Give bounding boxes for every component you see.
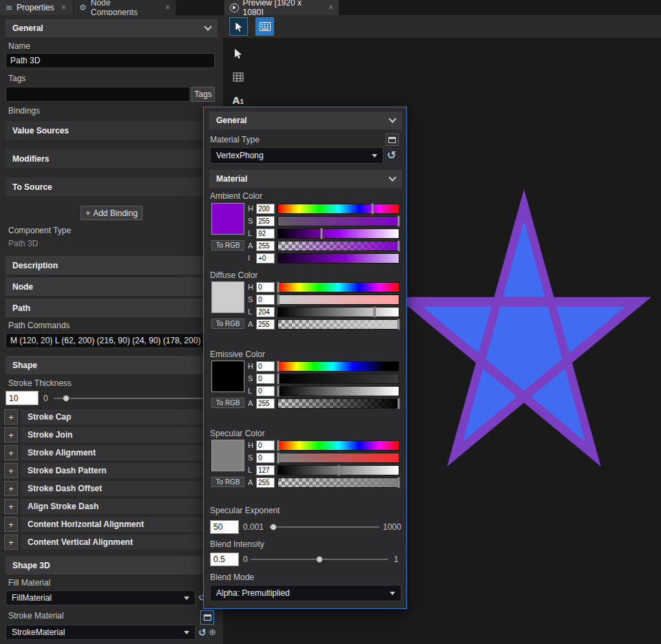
section-value-sources[interactable]: Value Sources <box>6 121 218 140</box>
slider-marker[interactable] <box>277 440 280 451</box>
add-content-vertical-alignment-button[interactable]: + <box>4 535 18 550</box>
diffuse-swatch[interactable] <box>211 281 244 313</box>
to-rgb-button[interactable]: To RGB <box>211 398 244 408</box>
slider-marker[interactable] <box>398 477 400 489</box>
material-type-editor-button[interactable] <box>386 133 399 146</box>
close-icon[interactable]: × <box>328 3 333 12</box>
specular-swatch[interactable] <box>211 440 244 471</box>
lightness-slider[interactable] <box>277 386 399 396</box>
saturation-slider[interactable] <box>277 294 399 305</box>
tab-preview[interactable]: Preview [1920 x 1080] × <box>224 0 339 15</box>
alpha-slider[interactable] <box>277 398 399 409</box>
fill-material-dropdown[interactable]: FillMaterial <box>6 590 196 605</box>
hue-slider[interactable] <box>277 282 399 292</box>
slider-handle[interactable] <box>316 556 323 563</box>
slider-marker[interactable] <box>277 452 280 464</box>
slider-handle[interactable] <box>63 395 70 402</box>
stroke-alignment-row[interactable]: Stroke Alignment <box>21 445 218 460</box>
content-vertical-alignment-row[interactable]: Content Vertical Alignment <box>21 535 218 550</box>
section-general[interactable]: General <box>6 19 218 37</box>
hue-input[interactable]: 0 <box>256 361 275 372</box>
saturation-input[interactable]: 0 <box>256 374 275 384</box>
add-stroke-alignment-button[interactable]: + <box>4 445 18 460</box>
stroke-dash-offset-row[interactable]: Stroke Dash Offset <box>21 481 218 496</box>
add-stroke-dash-pattern-button[interactable]: + <box>4 463 18 478</box>
lightness-input[interactable]: 127 <box>256 465 275 475</box>
specular-exponent-slider[interactable] <box>269 526 379 528</box>
stroke-dash-pattern-row[interactable]: Stroke Dash Pattern <box>21 463 218 478</box>
alpha-input[interactable]: 255 <box>256 319 275 330</box>
lightness-input[interactable]: 92 <box>256 228 275 239</box>
alpha-input[interactable]: 255 <box>256 477 275 488</box>
add-stroke-dash-offset-button[interactable]: + <box>4 481 18 496</box>
grid-tool-button[interactable] <box>230 69 246 85</box>
stroke-cap-row[interactable]: Stroke Cap <box>21 409 218 425</box>
close-icon[interactable]: × <box>61 3 66 12</box>
hue-slider[interactable] <box>277 361 399 372</box>
path-commands-input[interactable]: M (120, 20) L (62, 200) (216, 90) (24, 9… <box>6 333 218 348</box>
alpha-input[interactable]: 255 <box>256 398 275 409</box>
stroke-thickness-slider[interactable] <box>54 398 212 399</box>
lightness-input[interactable]: 0 <box>256 386 275 396</box>
slider-marker[interactable] <box>277 373 280 385</box>
slider-marker[interactable] <box>371 203 373 215</box>
intensity-input[interactable]: +0 <box>256 253 275 264</box>
saturation-slider[interactable] <box>277 453 399 463</box>
interaction-tool-button[interactable] <box>229 17 248 36</box>
open-material-editor-button[interactable] <box>200 610 214 625</box>
emissive-swatch[interactable] <box>211 361 244 392</box>
intensity-slider[interactable] <box>277 253 399 264</box>
select-tool-button[interactable] <box>230 45 246 62</box>
slider-marker[interactable] <box>321 228 323 239</box>
popup-section-general[interactable]: General <box>209 111 402 129</box>
align-stroke-dash-row[interactable]: Align Stroke Dash <box>21 499 218 514</box>
stroke-material-dropdown[interactable]: StrokeMaterial <box>6 625 196 640</box>
target-icon[interactable]: ⊕ <box>209 627 216 636</box>
slider-handle[interactable] <box>270 524 277 530</box>
saturation-input[interactable]: 255 <box>256 216 275 226</box>
reset-icon[interactable]: ↺ <box>198 627 207 637</box>
slider-marker[interactable] <box>398 319 400 330</box>
lightness-slider[interactable] <box>277 465 399 475</box>
popup-section-material[interactable]: Material <box>209 170 402 188</box>
add-stroke-join-button[interactable]: + <box>4 427 18 442</box>
section-node[interactable]: Node <box>6 277 218 296</box>
lightness-slider[interactable] <box>277 307 399 317</box>
slider-marker[interactable] <box>337 464 339 476</box>
saturation-input[interactable]: 0 <box>256 294 275 305</box>
to-rgb-button[interactable]: To RGB <box>211 240 244 250</box>
section-path[interactable]: Path <box>6 299 218 317</box>
close-icon[interactable]: × <box>165 3 170 12</box>
hue-input[interactable]: 0 <box>256 440 275 451</box>
tags-input[interactable] <box>6 87 190 102</box>
tab-node-components[interactable]: ⚙ Node Components × <box>74 0 176 15</box>
alpha-slider[interactable] <box>277 241 399 251</box>
section-to-source[interactable]: To Source <box>6 178 218 196</box>
alpha-input[interactable]: 255 <box>256 241 275 251</box>
content-horizontal-alignment-row[interactable]: Content Horizontal Alignment <box>21 517 218 532</box>
hue-input[interactable]: 0 <box>256 282 275 292</box>
name-input[interactable]: Path 3D <box>6 53 215 68</box>
section-modifiers[interactable]: Modifiers <box>6 149 218 168</box>
virtual-keyboard-button[interactable] <box>255 17 274 36</box>
stroke-thickness-input[interactable]: 10 <box>6 391 39 405</box>
alpha-slider[interactable] <box>277 319 399 330</box>
hue-slider[interactable] <box>277 440 399 451</box>
specular-exponent-input[interactable]: 50 <box>210 520 239 534</box>
slider-marker[interactable] <box>398 215 400 227</box>
alpha-slider[interactable] <box>277 477 399 488</box>
add-content-horizontal-alignment-button[interactable]: + <box>4 517 18 532</box>
to-rgb-button[interactable]: To RGB <box>211 477 244 487</box>
to-rgb-button[interactable]: To RGB <box>211 319 244 329</box>
add-binding-button[interactable]: + Add Binding <box>81 206 143 220</box>
lightness-slider[interactable] <box>277 228 399 239</box>
ambient-swatch[interactable] <box>211 203 244 235</box>
section-shape-3d[interactable]: Shape 3D <box>6 556 218 575</box>
slider-marker[interactable] <box>277 361 280 372</box>
material-type-dropdown[interactable]: VertexPhong <box>210 147 384 164</box>
section-shape[interactable]: Shape <box>6 356 218 374</box>
slider-marker[interactable] <box>277 294 280 305</box>
slider-marker[interactable] <box>398 240 400 252</box>
stroke-join-row[interactable]: Stroke Join <box>21 427 218 442</box>
slider-marker[interactable] <box>277 281 280 293</box>
